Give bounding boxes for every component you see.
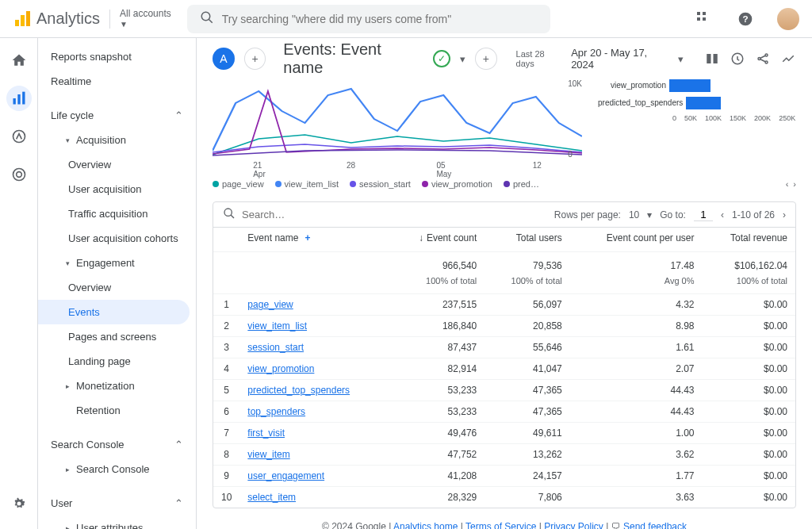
event-link[interactable]: view_promotion [247,363,314,374]
event-link[interactable]: view_item [247,449,289,460]
event-link[interactable]: predicted_top_spenders [247,385,350,396]
add-column-button[interactable]: + [304,232,310,243]
analytics-logo-icon [13,10,32,29]
legend-next-icon[interactable]: › [793,179,796,189]
svg-line-23 [760,56,765,58]
rows-per-page-label: Rows per page: [554,209,621,220]
next-page-icon[interactable]: › [783,209,786,220]
nav-search-console[interactable]: ▸Search Console [38,457,196,481]
footer-feedback[interactable]: Send feedback [623,521,687,529]
chevron-down-icon[interactable]: ▾ [647,209,652,220]
account-selector[interactable]: All accounts ▼ [120,8,171,29]
col-ecpu[interactable]: Event count per user [570,228,703,252]
nav-user-acq[interactable]: User acquisition [38,177,196,201]
rows-per-page-value[interactable]: 10 [629,209,639,220]
nav-user-attributes[interactable]: ▸User attributes [38,516,196,529]
legend-prev-icon[interactable]: ‹ [786,179,789,189]
col-total-users[interactable]: Total users [485,228,569,252]
nav-engagement[interactable]: ▾Engagement [38,251,196,275]
nav-reports-snapshot[interactable]: Reports snapshot [38,44,196,69]
table-row: 2view_item_list186,84020,8588.98$0.00 [213,316,795,337]
add-dimension-button[interactable]: + [475,48,497,70]
reports-icon[interactable] [6,86,32,111]
footer-link-home[interactable]: Analytics home [393,521,458,529]
segment-badge[interactable]: A [213,48,235,70]
legend-item[interactable]: view_item_list [275,179,339,189]
table-row: 10select_item28,3297,8063.63$0.00 [213,487,795,508]
caret-right-icon: ▸ [63,524,71,530]
table-row: 8view_item47,75213,2623.62$0.00 [213,444,795,466]
nav-acq-overview[interactable]: Overview [38,152,196,177]
nav-traffic-acq[interactable]: Traffic acquisition [38,201,196,226]
product-name: Analytics [36,10,100,28]
event-link[interactable]: first_visit [247,427,285,439]
event-link[interactable]: page_view [247,299,293,310]
svg-point-25 [224,209,232,216]
explore-icon[interactable] [6,124,32,149]
legend-item[interactable]: session_start [350,179,411,189]
svg-point-21 [765,54,768,56]
nav-search-console-group[interactable]: Search Console⌃ [38,432,196,457]
nav-retention[interactable]: Retention [38,398,196,423]
date-picker[interactable]: Last 28 days Apr 20 - May 17, 2024 ▾ [516,47,684,71]
compare-icon[interactable] [704,51,720,67]
table-search-input[interactable] [242,209,337,220]
event-link[interactable]: session_start [247,342,304,353]
legend-item[interactable]: pred… [504,179,539,189]
nav-user-acq-cohorts[interactable]: User acquisition cohorts [38,226,196,251]
search-box[interactable] [187,5,550,33]
search-input[interactable] [222,13,538,25]
help-icon[interactable]: ? [736,10,755,29]
trend-icon[interactable] [780,51,796,67]
legend-item[interactable]: page_view [213,179,264,189]
svg-rect-8 [703,17,706,21]
svg-point-3 [201,12,210,21]
caret-right-icon: ▸ [63,382,71,390]
table-row: 6top_spenders53,23347,36544.43$0.00 [213,401,795,423]
svg-rect-0 [15,20,19,26]
nav-landing-page[interactable]: Landing page [38,349,196,374]
user-avatar[interactable] [777,8,799,30]
event-link[interactable]: view_item_list [247,320,307,332]
table-row: 4view_promotion82,91441,0472.07$0.00 [213,358,795,380]
chevron-down-icon[interactable]: ▾ [460,53,465,65]
share-icon[interactable] [755,51,771,67]
footer-link-tos[interactable]: Terms of Service [465,521,536,529]
divider [109,10,110,29]
logo[interactable]: Analytics [13,10,100,29]
goto-input[interactable] [694,209,713,221]
nav-events[interactable]: Events [38,300,190,324]
nav-acquisition[interactable]: ▾Acquisition [38,128,196,152]
table-row: 9user_engagement41,20824,1571.77$0.00 [213,466,795,487]
svg-rect-5 [697,12,700,15]
check-icon[interactable]: ✓ [433,50,450,67]
event-link[interactable]: user_engagement [247,470,324,481]
advertising-icon[interactable] [6,162,32,187]
home-icon[interactable] [6,48,32,73]
event-link[interactable]: select_item [247,492,296,503]
svg-line-26 [231,215,234,218]
col-event-count[interactable]: ↓Event count [390,228,485,252]
nav-lifecycle[interactable]: Life cycle⌃ [38,103,196,128]
nav-pages-screens[interactable]: Pages and screens [38,324,196,349]
prev-page-icon[interactable]: ‹ [721,209,724,220]
search-icon [200,10,214,27]
caret-down-icon: ▾ [63,259,71,267]
nav-user-group[interactable]: User⌃ [38,491,196,516]
page-range: 1-10 of 26 [732,209,775,220]
insights-icon[interactable] [730,51,745,67]
add-segment-button[interactable]: + [244,48,266,70]
nav-realtime[interactable]: Realtime [38,69,196,94]
nav-monetization[interactable]: ▸Monetization [38,374,196,398]
table-row: 7first_visit49,47649,6111.00$0.00 [213,423,795,444]
legend-item[interactable]: view_promotion [422,179,492,189]
footer-link-privacy[interactable]: Privacy Policy [544,521,603,529]
col-revenue[interactable]: Total revenue [703,228,795,252]
apps-icon[interactable] [695,10,714,29]
event-link[interactable]: top_spenders [247,406,305,417]
svg-rect-1 [21,15,25,26]
settings-icon[interactable] [6,491,32,516]
nav-eng-overview[interactable]: Overview [38,275,196,300]
svg-point-14 [13,131,25,143]
svg-rect-6 [703,12,706,15]
